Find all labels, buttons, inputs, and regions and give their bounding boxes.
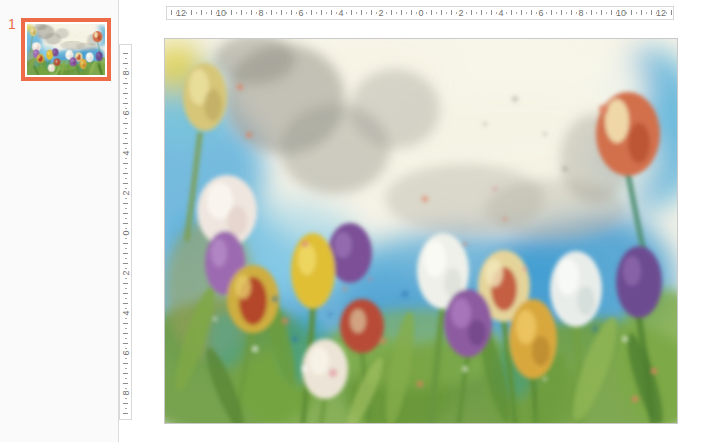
- ruler-subtick: [466, 12, 467, 14]
- ruler-subtick: [376, 12, 377, 14]
- ruler-tick: [123, 373, 128, 374]
- ruler-label: 2: [378, 9, 383, 18]
- ruler-label: 4: [338, 9, 343, 18]
- ruler-subtick: [316, 12, 317, 14]
- ruler-subtick: [125, 118, 127, 119]
- ruler-subtick: [276, 12, 277, 14]
- ruler-tick: [123, 383, 128, 384]
- ruler-subtick: [516, 12, 517, 14]
- ruler-tick: [391, 10, 392, 15]
- ruler-subtick: [356, 12, 357, 14]
- ruler-tick: [231, 10, 232, 15]
- ruler-subtick: [226, 12, 227, 14]
- ruler-subtick: [236, 12, 237, 14]
- ruler-tick: [123, 293, 128, 294]
- ruler-subtick: [496, 12, 497, 14]
- ruler-subtick: [586, 12, 587, 14]
- slide-1-thumbnail[interactable]: [21, 18, 111, 81]
- ruler-tick: [561, 10, 562, 15]
- ruler-subtick: [196, 12, 197, 14]
- ruler-subtick: [125, 108, 127, 109]
- ruler-subtick: [125, 408, 127, 409]
- ruler-subtick: [125, 58, 127, 59]
- ruler-label: 0: [418, 9, 423, 18]
- ruler-subtick: [486, 12, 487, 14]
- ruler-subtick: [626, 12, 627, 14]
- ruler-tick: [271, 10, 272, 15]
- ruler-subtick: [556, 12, 557, 14]
- ruler-subtick: [636, 12, 637, 14]
- ruler-subtick: [416, 12, 417, 14]
- ruler-tick: [631, 10, 632, 15]
- ruler-subtick: [286, 12, 287, 14]
- slide-canvas[interactable]: [164, 38, 678, 424]
- ruler-tick: [123, 413, 128, 414]
- ruler-subtick: [506, 12, 507, 14]
- ruler-tick: [123, 223, 128, 224]
- ruler-tick: [311, 10, 312, 15]
- ruler-tick: [401, 10, 402, 15]
- ruler-tick: [123, 163, 128, 164]
- ruler-tick: [361, 10, 362, 15]
- ruler-tick: [123, 213, 128, 214]
- ruler-label: 6: [121, 110, 130, 115]
- ruler-label: 8: [121, 70, 130, 75]
- ruler-label: 8: [578, 9, 583, 18]
- ruler-tick: [123, 103, 128, 104]
- ruler-subtick: [436, 12, 437, 14]
- ruler-tick: [123, 173, 128, 174]
- ruler-tick: [441, 10, 442, 15]
- ruler-tick: [321, 10, 322, 15]
- ruler-subtick: [125, 338, 127, 339]
- ruler-subtick: [125, 188, 127, 189]
- ruler-subtick: [125, 148, 127, 149]
- ruler-label: 6: [298, 9, 303, 18]
- ruler-subtick: [346, 12, 347, 14]
- ruler-tick: [123, 343, 128, 344]
- ruler-tick: [671, 10, 672, 15]
- ruler-subtick: [125, 208, 127, 209]
- ruler-tick: [241, 10, 242, 15]
- ruler-subtick: [536, 12, 537, 14]
- ruler-tick: [123, 253, 128, 254]
- ruler-subtick: [606, 12, 607, 14]
- ruler-tick: [451, 10, 452, 15]
- ruler-subtick: [125, 318, 127, 319]
- ruler-subtick: [125, 328, 127, 329]
- ruler-subtick: [125, 398, 127, 399]
- ruler-tick: [411, 10, 412, 15]
- ruler-label: 10: [216, 9, 226, 18]
- ruler-subtick: [125, 378, 127, 379]
- ruler-subtick: [125, 138, 127, 139]
- ruler-subtick: [446, 12, 447, 14]
- ruler-tick: [251, 10, 252, 15]
- ruler-subtick: [476, 12, 477, 14]
- ruler-tick: [551, 10, 552, 15]
- ruler-subtick: [406, 12, 407, 14]
- ruler-tick: [641, 10, 642, 15]
- ruler-subtick: [125, 128, 127, 129]
- ruler-subtick: [456, 12, 457, 14]
- ruler-tick: [481, 10, 482, 15]
- ruler-tick: [123, 83, 128, 84]
- slide-number-label: 1: [8, 16, 16, 32]
- ruler-tick: [123, 133, 128, 134]
- ruler-label: 4: [121, 310, 130, 315]
- ruler-subtick: [125, 268, 127, 269]
- ruler-label: 2: [458, 9, 463, 18]
- ruler-subtick: [396, 12, 397, 14]
- ruler-subtick: [656, 12, 657, 14]
- ruler-tick: [201, 10, 202, 15]
- slide-1-thumbnail-image: [27, 24, 105, 75]
- ruler-subtick: [125, 278, 127, 279]
- ruler-tick: [123, 333, 128, 334]
- ruler-tick: [351, 10, 352, 15]
- ruler-tick: [123, 303, 128, 304]
- ruler-tick: [123, 203, 128, 204]
- ruler-subtick: [125, 88, 127, 89]
- ruler-subtick: [246, 12, 247, 14]
- ruler-tick: [281, 10, 282, 15]
- watercolor-tulips-image[interactable]: [165, 39, 677, 423]
- ruler-subtick: [206, 12, 207, 14]
- ruler-subtick: [326, 12, 327, 14]
